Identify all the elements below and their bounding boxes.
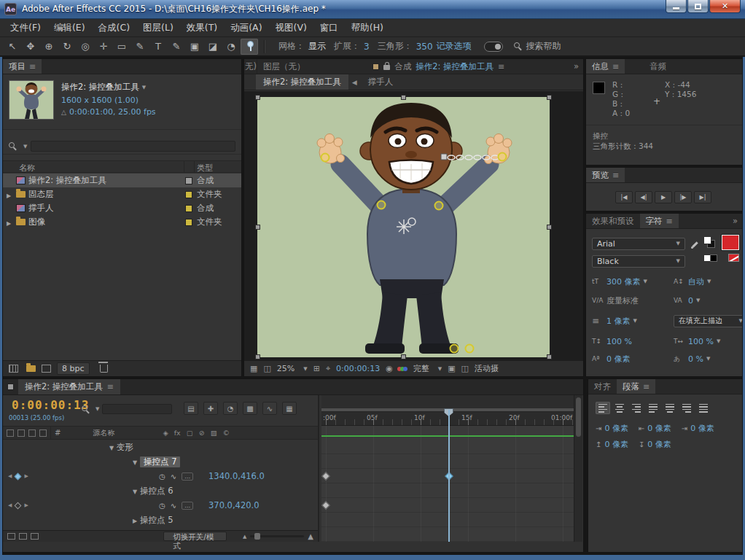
twirl-icon[interactable] [7,190,14,200]
scrollbar-thumb[interactable] [576,397,581,437]
space-after-value[interactable]: 0 像素 [647,439,671,450]
vertical-scale-value[interactable]: 100 % [606,337,632,346]
last-frame-button[interactable] [694,191,711,203]
grid-guides-icon[interactable]: ⊞ [313,364,320,373]
layer-handle[interactable] [547,225,552,230]
tsume-value[interactable]: 0 % [688,354,703,364]
font-family-select[interactable]: Arial [592,238,685,250]
project-row-person[interactable]: 撑手人 合成 [3,201,241,215]
twirl-icon[interactable] [7,217,14,228]
motion-blur-col-icon[interactable]: ⊘ [199,429,205,437]
tab-character[interactable]: 字符 [640,214,679,228]
motion-blur-icon[interactable]: ∿ [262,402,277,415]
keyframe-diamond[interactable] [321,472,329,480]
composition-mini-flowchart-icon[interactable]: ▤ [184,402,198,415]
menu-window[interactable]: 窗口 [313,19,345,37]
timeline-search-input[interactable] [102,404,172,414]
next-keyframe-icon[interactable] [24,502,28,508]
video-column-icon[interactable] [7,429,14,437]
solo-column-icon[interactable] [28,429,36,437]
tracking-value[interactable]: 0 [688,296,693,306]
group-row-pin7[interactable]: 操控点 7 [3,454,318,469]
menu-animation[interactable]: 动画(A) [224,19,268,37]
current-time-display[interactable]: 0:00:00:13 [12,398,89,412]
pan-behind-tool[interactable]: ✛ [95,39,112,55]
viewer-tab-person[interactable]: 撑手人 [361,74,401,90]
property-row-pin7-position[interactable]: 1340.0,416.0 [3,469,318,483]
new-folder-icon[interactable] [26,365,36,372]
zoom-tool[interactable]: ⊕ [40,39,58,55]
menu-layer[interactable]: 图层(L) [136,19,180,37]
font-style-select[interactable]: Black [592,255,685,268]
keyframe-diamond[interactable] [321,501,329,509]
align-right-button[interactable] [629,402,644,414]
toggle-switches-button[interactable]: 切换开关/模式 [163,532,227,541]
panel-menu-icon[interactable] [29,62,36,71]
keyframe-at-time-icon[interactable] [15,502,22,509]
column-type[interactable]: 类型 [197,163,213,174]
triangles-value[interactable]: 350 [416,42,433,52]
maximize-button[interactable] [687,0,709,13]
panel-menu-icon[interactable] [612,62,619,71]
eraser-tool[interactable]: ◪ [204,39,222,55]
fill-color-swatch[interactable] [722,235,739,250]
zoom-slider-thumb[interactable] [254,533,260,540]
justify-last-right-button[interactable] [679,402,694,414]
layer-handle[interactable] [255,95,260,100]
menu-edit[interactable]: 编辑(E) [47,19,92,37]
horizontal-scale-value[interactable]: 100 % [688,337,714,346]
twirl-icon[interactable] [133,515,140,525]
twirl-icon[interactable] [133,456,140,467]
text-tool[interactable]: T [149,39,167,55]
stroke-mode-select[interactable]: 在填充上描边 [674,315,743,327]
previous-comp-icon[interactable] [348,74,361,90]
graph-icon[interactable] [171,502,176,510]
panel-menu-icon[interactable] [643,382,650,392]
resolution-select[interactable]: 完整 [413,363,429,374]
previous-frame-button[interactable] [635,191,652,203]
grid-show-toggle[interactable]: 显示 [308,40,326,52]
justify-last-center-button[interactable] [663,402,677,414]
align-center-button[interactable] [612,402,627,414]
default-colors-icon[interactable] [703,254,718,262]
panel-menu-icon[interactable] [612,171,619,180]
label-color-chip[interactable] [185,205,192,212]
menu-view[interactable]: 视图(V) [269,19,313,37]
leading-value[interactable]: 自动 [688,276,704,287]
show-channel-icon[interactable] [399,367,407,371]
timeline-tab[interactable]: 操作2: 操控叠加工具 [18,379,120,394]
brush-tool[interactable]: ✎︎ [168,39,185,55]
play-button[interactable] [655,191,672,203]
layer-handle[interactable] [401,95,406,100]
menu-effect[interactable]: 效果(T) [180,19,224,37]
stopwatch-icon[interactable] [159,502,165,510]
layer-handle[interactable] [547,95,552,100]
stroke-width-value[interactable]: 1 像素 [606,316,631,327]
bit-depth-button[interactable]: 8 bpc [57,362,90,375]
tab-audio[interactable]: 音频 [644,59,672,74]
lock-icon[interactable] [383,65,390,70]
viewer-tab-comp2[interactable]: 操作2: 操控叠加工具 [256,74,348,90]
project-row-images[interactable]: 图像 文件夹 [3,215,241,229]
snapshot-icon[interactable]: ◉ [386,364,393,373]
sync-settings-icon[interactable] [484,42,503,52]
graph-icon[interactable] [171,472,176,481]
menu-file[interactable]: 文件(F) [4,19,47,37]
previous-keyframe-icon[interactable] [8,473,12,479]
space-before-value[interactable]: 0 像素 [604,439,628,450]
tab-project[interactable]: 项目 [3,59,42,74]
source-name-column[interactable]: 源名称 [93,428,114,438]
tab-info[interactable]: 信息 [586,59,625,74]
roto-brush-tool[interactable]: ◔ [222,39,240,55]
align-left-button[interactable] [596,402,610,414]
audio-column-icon[interactable] [17,429,25,437]
keyframe-at-time-icon[interactable] [15,472,22,480]
3d-layer-icon[interactable]: ▨ [211,429,217,437]
minimize-button[interactable] [666,0,687,13]
frame-blend-icon[interactable]: ▢ [187,429,193,437]
view-layout-icon[interactable]: ▦ [250,364,257,373]
panel-menu-icon[interactable] [666,217,673,226]
project-row-comp2[interactable]: 操作2: 操控叠加工具 合成 [3,174,241,187]
expression-icon[interactable] [182,502,193,510]
expansion-value[interactable]: 3 [364,42,370,52]
